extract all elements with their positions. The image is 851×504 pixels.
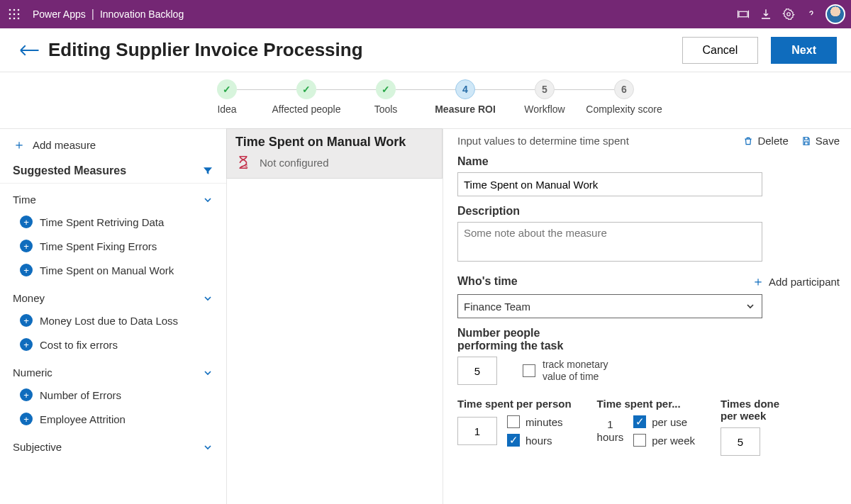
back-button[interactable]: [14, 35, 44, 65]
measure-status: Not configured: [260, 157, 329, 169]
measure-item[interactable]: +Cost to fix errors: [0, 332, 226, 357]
filter-icon[interactable]: [202, 165, 213, 177]
category-label: Numeric: [13, 366, 52, 379]
svg-point-8: [18, 18, 20, 20]
brand-label[interactable]: Power Apps: [33, 9, 86, 20]
time-per-person-input[interactable]: [457, 417, 497, 445]
time-per-person-label: Time spent per person: [457, 398, 572, 410]
svg-point-2: [18, 9, 20, 11]
step-idea[interactable]: Idea: [187, 79, 267, 116]
settings-icon[interactable]: [777, 0, 800, 28]
add-icon: +: [20, 240, 33, 252]
times-done-group: Times done per week: [721, 398, 791, 456]
trash-icon: [743, 135, 753, 147]
save-button[interactable]: Save: [801, 135, 840, 147]
chevron-down-icon: [202, 194, 213, 206]
add-participant-button[interactable]: ＋ Add participant: [752, 273, 840, 290]
category-subjective[interactable]: Subjective: [0, 431, 226, 457]
svg-point-0: [9, 9, 11, 11]
measure-label: Time Spent on Manual Work: [40, 264, 174, 276]
step-label: Idea: [217, 103, 236, 116]
step-label: Tools: [374, 103, 398, 116]
category-label: Subjective: [13, 441, 62, 453]
measure-detail-form: Input values to determine time spent Del…: [443, 129, 851, 504]
selected-measure-card[interactable]: Time Spent on Manual Work $ Not configur…: [226, 128, 443, 179]
step-check-icon: [217, 79, 237, 99]
measure-item[interactable]: +Time Spent Retriving Data: [0, 210, 226, 234]
suggested-measures-header: Suggested Measures: [0, 160, 226, 184]
cancel-button[interactable]: Cancel: [682, 37, 759, 64]
step-number: 4: [455, 79, 475, 99]
step-affected-people[interactable]: Affected people: [267, 79, 346, 116]
step-measure-roi[interactable]: 4 Measure ROI: [425, 79, 505, 116]
num-people-input[interactable]: [457, 357, 497, 385]
save-label: Save: [816, 135, 840, 147]
svg-rect-9: [739, 11, 747, 17]
measure-item[interactable]: +Money Lost due to Data Loss: [0, 308, 226, 332]
category-time[interactable]: Time: [0, 184, 226, 210]
step-number: 6: [614, 79, 634, 99]
per-week-label: per week: [652, 435, 695, 447]
app-name-label[interactable]: Innovation Backlog: [100, 9, 184, 20]
add-icon: +: [20, 388, 33, 401]
description-input[interactable]: [457, 222, 762, 262]
time-spent-per-label: Time spent per...: [597, 398, 695, 410]
measure-label: Employee Attrition: [40, 413, 126, 425]
step-label: Measure ROI: [435, 103, 496, 116]
svg-point-4: [13, 13, 16, 16]
category-numeric[interactable]: Numeric: [0, 357, 226, 383]
svg-text:$: $: [245, 164, 248, 170]
name-input[interactable]: [457, 172, 762, 196]
step-complexity[interactable]: 6 Complexity score: [584, 79, 664, 116]
select-value: Finance Team: [464, 301, 530, 313]
page-title: Editing Supplier Invoice Processing: [48, 39, 363, 61]
per-use-checkbox[interactable]: ✓: [633, 415, 646, 428]
save-icon: [801, 135, 811, 147]
step-number: 5: [535, 79, 555, 99]
wizard-stepper: Idea Affected people Tools 4 Measure ROI…: [0, 72, 851, 129]
step-workflow[interactable]: 5 Workflow: [505, 79, 584, 116]
add-icon: +: [20, 215, 33, 228]
next-button[interactable]: Next: [771, 37, 837, 64]
measure-item[interactable]: +Time Spent on Manual Work: [0, 258, 226, 282]
times-done-label: Times done per week: [721, 398, 791, 422]
step-label: Complexity score: [586, 103, 662, 116]
svg-point-7: [13, 18, 16, 20]
delete-button[interactable]: Delete: [743, 135, 788, 147]
top-bar: Power Apps | Innovation Backlog: [0, 0, 851, 28]
chevron-down-icon: [202, 293, 213, 304]
measures-sidebar: ＋ Add measure Suggested Measures Time +T…: [0, 129, 227, 504]
measure-item[interactable]: +Time Spent Fixing Errors: [0, 234, 226, 258]
description-label: Description: [457, 205, 840, 218]
add-icon: +: [20, 413, 33, 425]
brand-divider: |: [91, 8, 94, 21]
app-launcher-icon[interactable]: [6, 6, 23, 23]
per-week-checkbox[interactable]: [633, 434, 646, 447]
times-done-input[interactable]: [721, 427, 760, 456]
step-check-icon: [376, 79, 396, 99]
help-icon[interactable]: [800, 0, 823, 28]
hours-checkbox[interactable]: ✓: [507, 434, 520, 447]
minutes-label: minutes: [525, 416, 563, 428]
whos-time-select[interactable]: Finance Team: [457, 294, 762, 318]
minutes-checkbox[interactable]: [507, 415, 520, 428]
category-label: Time: [13, 194, 36, 206]
download-icon[interactable]: [755, 0, 777, 28]
add-measure-button[interactable]: ＋ Add measure: [0, 129, 226, 160]
measure-item[interactable]: +Employee Attrition: [0, 407, 226, 431]
hourglass-dollar-icon: $: [235, 154, 251, 171]
fit-icon[interactable]: [732, 0, 755, 28]
add-icon: +: [20, 264, 33, 276]
category-money[interactable]: Money: [0, 282, 226, 308]
measure-item[interactable]: +Number of Errors: [0, 383, 226, 407]
delete-label: Delete: [757, 135, 788, 147]
hours-label: hours: [525, 435, 552, 447]
main-content: ＋ Add measure Suggested Measures Time +T…: [0, 129, 851, 504]
user-avatar[interactable]: [825, 4, 845, 24]
whos-time-label: Who's time ＋ Add participant: [457, 273, 840, 290]
plus-icon: ＋: [752, 273, 764, 290]
measure-label: Time Spent Retriving Data: [40, 216, 164, 228]
step-tools[interactable]: Tools: [346, 79, 425, 116]
measure-label: Time Spent Fixing Errors: [40, 240, 157, 252]
track-monetary-checkbox[interactable]: [523, 364, 535, 377]
